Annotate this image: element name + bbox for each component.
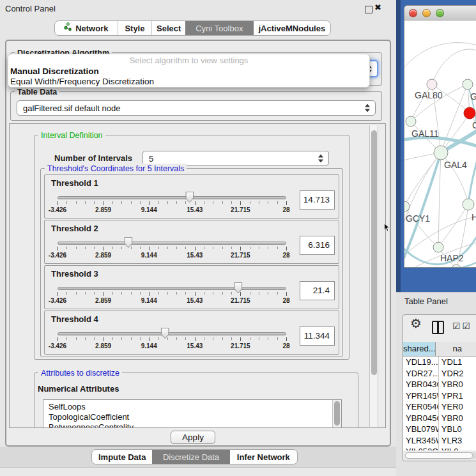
tab-infer-network[interactable]: Infer Network	[230, 450, 297, 464]
attribute-item-topologicalcoefficient[interactable]: TopologicalCoefficient	[43, 412, 341, 422]
tab-discretize-data[interactable]: Discretize Data	[152, 450, 229, 464]
network-node-label: C	[472, 120, 476, 130]
network-node-gal11[interactable]	[406, 116, 416, 127]
network-edge	[468, 162, 476, 204]
mouse-cursor	[384, 223, 390, 232]
tab-label: Network	[75, 24, 108, 33]
threshold-value-field[interactable]: 11.344	[300, 326, 335, 346]
table-row[interactable]: YDR27...YDR2	[403, 368, 476, 380]
network-node-label: GAL11	[411, 128, 439, 139]
table-cell: YIL052C	[403, 446, 439, 450]
network-edge	[432, 49, 476, 84]
column-header-1[interactable]: shared...	[403, 342, 436, 356]
tab-label: Infer Network	[237, 452, 290, 462]
list-scrollbar-thumb[interactable]	[334, 401, 340, 426]
attribute-item-betweennesscentrality[interactable]: BetweennessCentrality	[43, 422, 341, 428]
control-panel-window: Control Panel ✖ NetworkStyleSelectCyni T…	[0, 0, 396, 476]
algorithm-dropdown: Select algorithm to view settings Manual…	[8, 54, 370, 88]
table-cell: YPR145W	[403, 390, 439, 402]
slider-tick-labels: -3.4262.8599.14415.4321.71528	[58, 206, 286, 213]
table-cell: YBL079W	[403, 424, 439, 435]
dropdown-option-manual[interactable]: Manual Discretization	[8, 66, 369, 77]
threshold-label: Threshold 2	[51, 224, 98, 233]
network-node-ga[interactable]	[463, 79, 473, 89]
table-row[interactable]: YER054CYER0	[403, 401, 476, 413]
network-node-label: GA	[470, 91, 476, 102]
gear-icon[interactable]: ⚙	[410, 316, 422, 331]
column-header-2[interactable]: na	[436, 342, 476, 356]
table-row[interactable]: YBR045CYBR0	[403, 413, 476, 424]
threshold-value-field[interactable]: 6.316	[300, 236, 335, 255]
table-cell: YDR27...	[403, 368, 439, 380]
network-node-label: GAL4	[444, 160, 467, 170]
threshold-slider[interactable]: -3.4262.8599.14415.4321.71528	[58, 242, 286, 259]
split-columns-icon[interactable]	[432, 321, 444, 334]
network-node-hap2[interactable]	[433, 242, 443, 252]
network-edge	[438, 204, 468, 247]
combo-arrows-icon	[365, 104, 371, 112]
apply-button[interactable]: Apply	[171, 431, 215, 444]
threshold-value-field[interactable]: 14.713	[300, 190, 335, 210]
network-node-gal80[interactable]	[427, 79, 437, 89]
number-of-intervals-value: 5	[149, 153, 153, 163]
tab-jactivemnodules[interactable]: jActiveMNodules	[254, 21, 330, 35]
close-traffic-light[interactable]	[409, 9, 417, 17]
threshold-slider[interactable]: -3.4262.8599.14415.4321.71528	[58, 332, 286, 349]
network-node-h[interactable]	[463, 199, 474, 210]
horizontal-scrollbar-thumb[interactable]	[405, 452, 473, 459]
threshold-value-field[interactable]: 21.4	[300, 281, 335, 300]
select-columns-checkboxes-icon[interactable]: ☑☑	[452, 321, 472, 331]
tab-label: Discretize Data	[163, 452, 219, 462]
list-scrollbar[interactable]	[332, 400, 341, 428]
table-row[interactable]: YDL19...YDL1	[403, 357, 476, 368]
dropdown-prompt: Select algorithm to view settings	[8, 54, 369, 66]
network-node-c[interactable]	[464, 107, 475, 119]
slider-ticks	[58, 247, 286, 252]
vertical-scrollbar[interactable]	[369, 125, 378, 427]
float-window-icon[interactable]	[365, 6, 372, 13]
tab-impute-data[interactable]: Impute Data	[92, 450, 152, 464]
threshold-slider[interactable]: -3.4262.8599.14415.4321.71528	[58, 287, 286, 304]
slider-track	[58, 287, 286, 290]
table-row[interactable]: YPR145WYPR1	[403, 390, 476, 402]
tab-select[interactable]: Select	[151, 21, 185, 35]
network-node-gal4[interactable]	[434, 146, 448, 160]
network-node-label: GAL80	[415, 90, 443, 100]
network-window: GAL80GACGAL11GAL4GCY1HHAP2	[404, 5, 476, 268]
threshold-list: Threshold 1-3.4262.8599.14415.4321.71528…	[44, 174, 339, 356]
dropdown-option-equal-width[interactable]: Equal Width/Frequency Discretization	[8, 77, 369, 87]
group-title: Table Data	[15, 87, 59, 97]
table-row[interactable]: YIL052CYIL0	[403, 446, 476, 450]
table-row[interactable]: YLR345WYLR3	[403, 435, 476, 447]
table-row[interactable]: YBL079WYBL0	[403, 424, 476, 435]
threshold-label: Threshold 1	[51, 178, 98, 188]
horizontal-scrollbar[interactable]	[404, 452, 476, 459]
network-edge	[438, 153, 441, 247]
table-cell: YBL0	[439, 424, 476, 435]
numerical-attributes-label: Numerical Attributes	[38, 384, 119, 394]
slider-tick-labels: -3.4262.8599.14415.4321.71528	[58, 297, 286, 304]
top-tab-bar: NetworkStyleSelectCyni ToolboxjActiveMNo…	[54, 20, 331, 36]
network-node-label: GCY1	[406, 213, 430, 224]
table-panel-toolbar: ⚙ ☑☑	[403, 315, 476, 342]
network-canvas[interactable]: GAL80GACGAL11GAL4GCY1HHAP2	[404, 20, 476, 268]
tab-network[interactable]: Network	[55, 21, 118, 35]
attribute-item-selfloops[interactable]: SelfLoops	[43, 402, 341, 412]
vertical-scrollbar-thumb[interactable]	[371, 130, 377, 375]
table-row[interactable]: YBR043CYBR0	[403, 379, 476, 390]
minimize-traffic-light[interactable]	[422, 9, 431, 17]
numerical-attributes-list[interactable]: SelfLoopsTopologicalCoefficientBetweenne…	[43, 399, 342, 428]
tab-label: Impute Data	[98, 452, 146, 462]
window-title: Control Panel	[5, 4, 56, 13]
zoom-traffic-light[interactable]	[436, 9, 444, 17]
network-icon	[64, 22, 72, 34]
table-data-select[interactable]: galFiltered.sif default node	[17, 100, 376, 116]
close-icon[interactable]: ✖	[374, 3, 381, 12]
tab-cyni-toolbox[interactable]: Cyni Toolbox	[185, 21, 254, 35]
slider-ticks	[58, 337, 286, 342]
table-cell: YER0	[439, 401, 476, 413]
spinner-arrows-icon	[318, 154, 324, 162]
threshold-slider[interactable]: -3.4262.8599.14415.4321.71528	[58, 196, 286, 213]
table-cell: YLR345W	[403, 435, 439, 447]
tab-style[interactable]: Style	[118, 21, 152, 35]
